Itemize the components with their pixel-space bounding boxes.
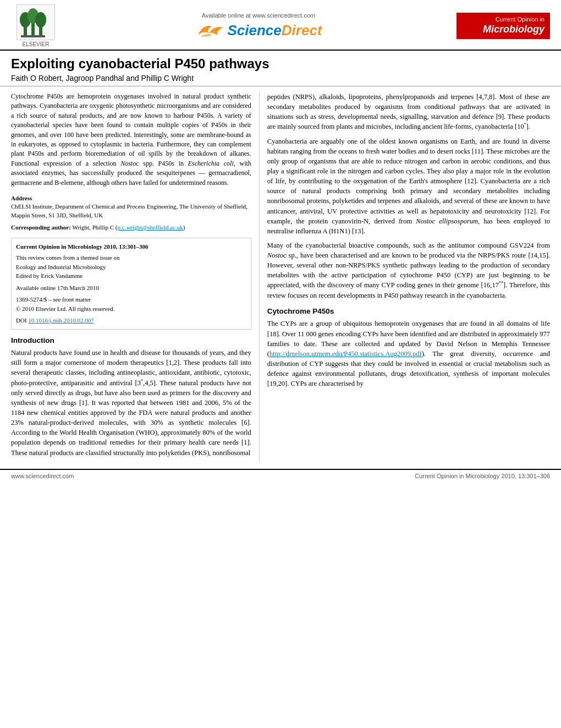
journal-badge-top: Current Opinion in bbox=[462, 15, 544, 23]
right-para-2: Cyanobacteria are arguably one of the ol… bbox=[267, 136, 550, 236]
journal-badge: Current Opinion in Microbiology bbox=[457, 13, 550, 39]
review-theme-text: This review comes from a themed issue on… bbox=[16, 253, 246, 281]
footer-url: www.sciencedirect.com bbox=[11, 473, 74, 479]
footer-citation: Current Opinion in Microbiology 2010, 13… bbox=[415, 473, 550, 479]
intro-heading: Introduction bbox=[11, 335, 251, 346]
corresponding-label: Corresponding author: bbox=[11, 224, 71, 231]
sciencedirect-logo: ScienceDirect bbox=[195, 21, 322, 40]
doi-text: DOI 10.1016/j.mib.2010.02.007 bbox=[16, 316, 246, 325]
header-center: Available online at www.sciencedirect.co… bbox=[195, 12, 322, 40]
left-column: Cytochrome P450s are hemoprotein oxygena… bbox=[11, 92, 259, 462]
cytp450-heading: Cytochrome P450s bbox=[267, 306, 550, 317]
page-header: ELSEVIER Available online at www.science… bbox=[0, 0, 561, 51]
email-link[interactable]: p.c.wright@sheffield.ac.uk bbox=[118, 224, 183, 231]
journal-badge-title: Microbiology bbox=[462, 23, 544, 36]
page-footer: www.sciencedirect.com Current Opinion in… bbox=[0, 469, 561, 482]
right-column: peptides (NRPS), alkaloids, lipoproteins… bbox=[259, 92, 550, 462]
doi-label: DOI bbox=[16, 317, 28, 324]
elsevier-logo: ELSEVIER bbox=[11, 4, 61, 47]
article-authors: Faith O Robert, Jagroop Pandhal and Phil… bbox=[11, 74, 550, 83]
body-content: Cytochrome P450s are hemoprotein oxygena… bbox=[0, 86, 561, 462]
cytp450-paragraph: The CYPs are a group of ubiquitous hemop… bbox=[267, 319, 550, 388]
available-online-date: Available online 17th March 2010 bbox=[16, 283, 246, 293]
address-text: ChELSI Institute, Department of Chemical… bbox=[11, 202, 251, 220]
article-header: Exploiting cyanobacterial P450 pathways … bbox=[0, 51, 561, 86]
svg-rect-6 bbox=[21, 35, 45, 37]
right-para-1: peptides (NRPS), alkaloids, lipoproteins… bbox=[267, 92, 550, 132]
sciencedirect-text: ScienceDirect bbox=[228, 22, 322, 39]
svg-point-5 bbox=[35, 12, 46, 28]
nelson-url[interactable]: http://drnelson.utmem.edu/P450.statistic… bbox=[270, 350, 422, 358]
abstract-text: Cytochrome P450s are hemoprotein oxygena… bbox=[11, 92, 251, 188]
svg-rect-1 bbox=[31, 21, 35, 36]
elsevier-text: ELSEVIER bbox=[23, 41, 50, 47]
address-section: Address ChELSI Institute, Department of … bbox=[11, 194, 251, 220]
issn-text: 1369-5274/$ – see front matter © 2010 El… bbox=[16, 295, 246, 313]
info-box: Current Opinion in Microbiology 2010, 13… bbox=[11, 238, 251, 330]
article-title: Exploiting cyanobacterial P450 pathways bbox=[11, 56, 550, 72]
doi-link[interactable]: 10.1016/j.mib.2010.02.007 bbox=[28, 317, 94, 324]
intro-paragraph: Natural products have found use in healt… bbox=[11, 348, 251, 458]
available-online-text: Available online at www.sciencedirect.co… bbox=[202, 12, 315, 19]
journal-ref: Current Opinion in Microbiology 2010, 13… bbox=[16, 242, 246, 251]
address-label: Address bbox=[11, 194, 251, 202]
right-para-3: Many of the cyanobacterial bioactive com… bbox=[267, 240, 550, 300]
elsevier-tree-icon bbox=[16, 4, 55, 40]
corresponding-author: Corresponding author: Wright, Phillip C … bbox=[11, 223, 251, 232]
